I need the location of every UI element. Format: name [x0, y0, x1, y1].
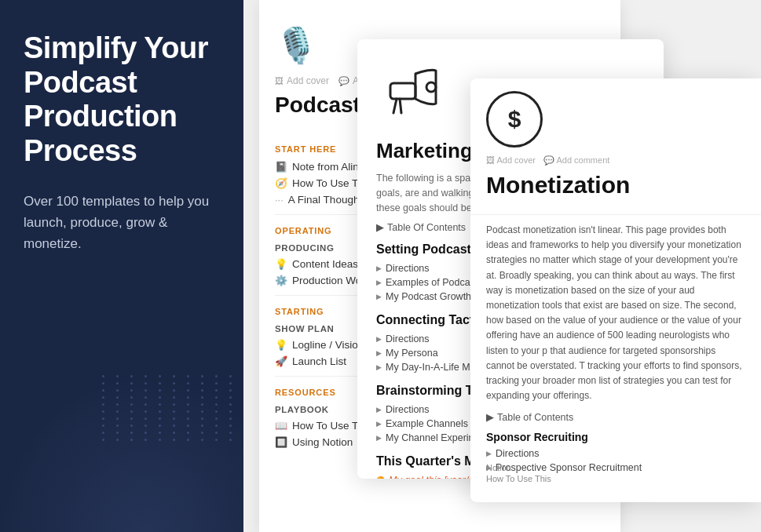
toc-arrow-icon: ▶: [486, 411, 494, 423]
monetization-body: Podcast monetization isn't linear. This …: [470, 215, 761, 502]
add-cover-btn-3[interactable]: 🖼 Add cover: [486, 155, 536, 166]
workflow-icon: ⚙️: [275, 275, 287, 286]
sponsor-recruiting-heading: Sponsor Recruiting: [486, 431, 745, 443]
notion-label: Notion: [486, 463, 551, 472]
vision-icon: 💡: [275, 339, 287, 351]
mic-icon: 🎙️: [275, 28, 318, 63]
color-dot-icon: 🟠: [376, 476, 385, 479]
tri-icon-m1: ▶: [486, 450, 492, 457]
monetization-header: $ 🖼 Add cover 💬 Add comment Monetization: [470, 78, 761, 215]
svg-rect-0: [390, 83, 415, 99]
arrow-right-icon: ▶: [376, 221, 384, 233]
image-icon-3: 🖼: [486, 155, 495, 165]
tri-icon-1: ▶: [376, 264, 382, 272]
monetization-text: Podcast monetization isn't linear. This …: [486, 223, 745, 403]
notion-n-icon: 🔲: [275, 436, 287, 448]
right-panel: 🎙️ 🖼 Add cover 💬 Add comment Podcasting …: [243, 0, 761, 532]
how-to-label: How To Use This: [486, 474, 551, 483]
comment-icon: 💬: [338, 76, 349, 86]
comment-icon-3: 💬: [543, 155, 554, 165]
playbook-icon: 📖: [275, 420, 287, 432]
idea-icon: 💡: [275, 258, 287, 270]
note-icon: 📓: [275, 161, 287, 173]
main-subtitle: Over 100 templates to help you launch, p…: [24, 191, 220, 255]
image-icon: 🖼: [275, 76, 284, 86]
launch-icon: 🚀: [275, 355, 287, 367]
left-panel: Simplify Your Podcast Production Process…: [0, 0, 243, 532]
tri-icon-5: ▶: [376, 349, 382, 357]
svg-point-1: [426, 82, 436, 92]
add-cover-btn[interactable]: 🖼 Add cover: [275, 75, 329, 86]
add-comment-btn-3[interactable]: 💬 Add comment: [543, 155, 609, 166]
tri-icon-8: ▶: [376, 420, 382, 428]
dot-decoration: // Generate dots inline via template: [102, 375, 243, 532]
notion-window-monetization: $ 🖼 Add cover 💬 Add comment Monetization…: [470, 78, 761, 502]
tri-icon-6: ▶: [376, 363, 382, 371]
monetize-toc[interactable]: ▶ Table of Contents: [486, 411, 745, 423]
monetize-toolbar: 🖼 Add cover 💬 Add comment: [486, 155, 745, 166]
tri-icon-2: ▶: [376, 279, 382, 286]
compass-icon: 🧭: [275, 177, 287, 189]
bottom-labels: Notion How To Use This: [486, 463, 551, 483]
dollar-circle-icon: $: [486, 91, 543, 148]
main-headline: Simplify Your Podcast Production Process: [24, 31, 220, 169]
monetization-title: Monetization: [486, 172, 745, 199]
monetize-item-directions[interactable]: ▶ Directions: [486, 446, 745, 461]
tri-icon-7: ▶: [376, 406, 382, 414]
dots-icon: ···: [275, 194, 284, 206]
tri-icon-3: ▶: [376, 293, 382, 301]
tri-icon-4: ▶: [376, 335, 382, 343]
tri-icon-9: ▶: [376, 434, 382, 442]
